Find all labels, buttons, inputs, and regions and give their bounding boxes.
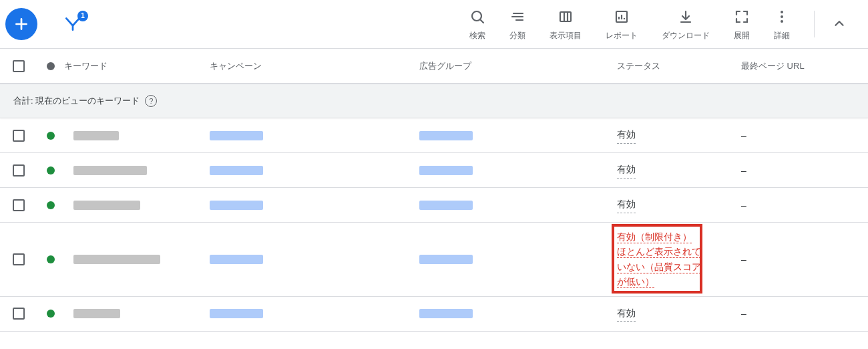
status-text[interactable]: 有効	[617, 162, 636, 178]
table-row: 有効 –	[0, 297, 868, 332]
keywords-table: キーワード キャンペーン 広告グループ ステータス 最終ページ URL 合計: …	[0, 48, 868, 332]
table-row: 有効（制限付き） ほとんど表示されて いない（品質スコア が低い） –	[0, 223, 868, 297]
filter-count-badge: 1	[77, 11, 88, 21]
adgroup-cell[interactable]	[419, 201, 473, 210]
toolbar-label: ダウンロード	[662, 30, 710, 41]
toolbar-label: 検索	[469, 30, 485, 41]
status-dot	[47, 310, 55, 318]
adgroup-cell[interactable]	[419, 309, 473, 318]
row-checkbox[interactable]	[13, 253, 25, 265]
status-dot	[47, 255, 55, 263]
adgroup-cell[interactable]	[419, 255, 473, 264]
row-checkbox[interactable]	[13, 130, 25, 142]
help-icon[interactable]: ?	[145, 95, 157, 107]
header-url[interactable]: 最終ページ URL	[732, 53, 868, 79]
status-dot	[47, 201, 55, 209]
campaign-cell[interactable]	[210, 201, 263, 210]
header-keyword[interactable]: キーワード	[64, 53, 200, 79]
adgroup-cell[interactable]	[419, 166, 473, 175]
svg-point-17	[781, 11, 783, 13]
columns-icon	[558, 9, 574, 25]
download-icon	[678, 9, 694, 25]
table-row: 有効 –	[0, 188, 868, 223]
header-adgroup[interactable]: 広告グループ	[410, 53, 608, 79]
row-checkbox[interactable]	[13, 164, 25, 177]
status-dot	[47, 166, 55, 174]
keyword-cell	[73, 309, 120, 318]
toolbar-label: 表示項目	[550, 30, 582, 41]
report-icon	[614, 9, 630, 25]
toolbar-label: レポート	[606, 30, 638, 41]
status-text[interactable]: 有効（制限付き）	[617, 231, 692, 243]
toolbar-divider	[814, 11, 815, 37]
select-all-checkbox[interactable]	[13, 60, 25, 72]
url-cell: –	[732, 247, 868, 271]
url-cell: –	[732, 124, 868, 148]
expand-icon	[734, 9, 750, 25]
status-text[interactable]: 有効	[617, 127, 636, 143]
collapse-panel-button[interactable]	[827, 11, 852, 38]
status-text[interactable]: ほとんど表示されて	[617, 246, 701, 258]
header-campaign[interactable]: キャンペーン	[200, 53, 410, 79]
campaign-cell[interactable]	[210, 255, 263, 264]
toolbar-reports[interactable]: レポート	[594, 7, 650, 41]
row-checkbox[interactable]	[13, 199, 25, 211]
add-button[interactable]	[5, 8, 37, 40]
campaign-cell[interactable]	[210, 131, 263, 140]
toolbar-search[interactable]: 検索	[457, 7, 497, 41]
keyword-cell	[73, 166, 147, 175]
table-row: 有効 –	[0, 153, 868, 188]
summary-row: 合計: 現在のビューのキーワード ?	[0, 84, 868, 118]
status-highlight-box: 有効（制限付き） ほとんど表示されて いない（品質スコア が低い）	[617, 229, 701, 289]
chevron-up-icon	[832, 16, 847, 31]
status-dot-header	[47, 62, 55, 70]
keyword-cell	[73, 131, 119, 140]
segment-icon	[509, 9, 525, 25]
toolbar-label: 展開	[734, 30, 750, 41]
toolbar-label: 分類	[509, 30, 525, 41]
status-text[interactable]: 有効	[617, 197, 636, 213]
toolbar-expand[interactable]: 展開	[722, 7, 762, 41]
more-vert-icon	[774, 9, 790, 25]
url-cell: –	[732, 193, 868, 217]
toolbar-columns[interactable]: 表示項目	[537, 7, 594, 41]
campaign-cell[interactable]	[210, 309, 263, 318]
table-header: キーワード キャンペーン 広告グループ ステータス 最終ページ URL	[0, 49, 868, 84]
row-checkbox[interactable]	[13, 308, 25, 320]
url-cell: –	[732, 158, 868, 183]
toolbar-download[interactable]: ダウンロード	[650, 7, 722, 41]
campaign-cell[interactable]	[210, 166, 263, 175]
keyword-cell	[73, 255, 160, 264]
summary-label: 合計: 現在のビューのキーワード	[13, 95, 140, 107]
table-row: 有効 –	[0, 118, 868, 153]
plus-icon	[13, 15, 30, 33]
svg-point-19	[781, 20, 783, 23]
filter-button[interactable]: 1	[64, 15, 81, 34]
svg-point-18	[781, 15, 783, 18]
toolbar-more[interactable]: 詳細	[762, 7, 802, 41]
adgroup-cell[interactable]	[419, 131, 473, 140]
svg-line-4	[480, 19, 483, 23]
svg-rect-8	[560, 12, 571, 21]
toolbar-segment[interactable]: 分類	[497, 7, 537, 41]
keyword-cell	[73, 201, 140, 210]
status-text[interactable]: いない（品質スコア	[617, 261, 701, 273]
toolbar-label: 詳細	[774, 30, 790, 41]
header-status[interactable]: ステータス	[608, 53, 732, 79]
search-icon	[469, 9, 485, 25]
url-cell: –	[732, 302, 868, 326]
status-text[interactable]: が低い）	[617, 276, 654, 288]
status-text[interactable]: 有効	[617, 306, 636, 322]
status-dot	[47, 132, 55, 140]
